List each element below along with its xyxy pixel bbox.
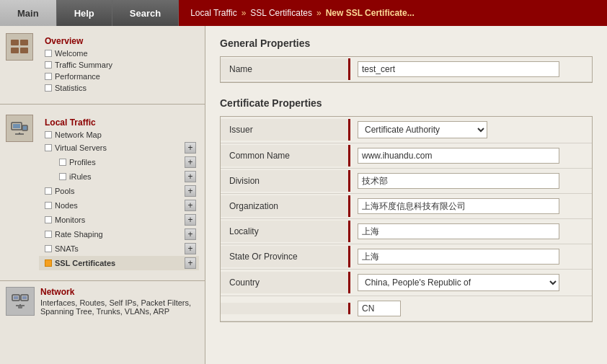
nodes-checkbox	[45, 202, 52, 209]
divider-2	[0, 280, 205, 281]
sidebar-item-profiles[interactable]: Profiles +	[53, 155, 199, 169]
breadcrumb-arrow-1: »	[242, 8, 247, 18]
general-properties-form: Name	[220, 56, 593, 83]
sidebar-item-welcome[interactable]: Welcome	[39, 48, 115, 59]
tab-search[interactable]: Search	[112, 0, 179, 26]
common-name-label: Common Name	[221, 145, 350, 167]
sidebar-sub-items: Profiles + iRules +	[39, 155, 199, 184]
monitors-checkbox	[45, 216, 52, 223]
layout: Overview Welcome Traffic Summary Perform…	[0, 26, 607, 364]
sidebar-item-virtual-servers[interactable]: Virtual Servers +	[39, 141, 199, 155]
common-name-value-cell	[350, 143, 592, 168]
svg-rect-1	[20, 40, 28, 45]
country-select[interactable]: China, People's Republic of United State…	[358, 274, 559, 291]
sidebar-overview-items: Overview Welcome Traffic Summary Perform…	[39, 33, 115, 94]
form-row-name: Name	[221, 57, 592, 82]
issuer-value-cell: Certificate Authority Self	[350, 117, 592, 143]
organization-label: Organization	[221, 195, 350, 217]
pools-plus[interactable]: +	[185, 185, 196, 197]
sidebar-item-snats[interactable]: SNATs +	[39, 241, 199, 256]
name-value-cell	[350, 57, 592, 81]
issuer-label: Issuer	[221, 119, 350, 141]
sidebar-item-monitors[interactable]: Monitors +	[39, 213, 199, 227]
country-code-input[interactable]	[358, 301, 401, 316]
sidebar-item-rate-shaping[interactable]: Rate Shaping +	[39, 227, 199, 241]
general-properties-title: General Properties	[220, 37, 593, 49]
sidebar-overview-header-row: Overview Welcome Traffic Summary Perform…	[0, 30, 205, 97]
locality-value-cell	[350, 219, 592, 244]
state-label: State Or Province	[221, 246, 350, 267]
irules-checkbox	[59, 173, 66, 180]
sidebar-overview-section: Overview Welcome Traffic Summary Perform…	[0, 26, 205, 101]
state-value-cell	[350, 244, 592, 269]
sidebar-overview-title: Overview	[39, 33, 115, 48]
form-row-country: Country China, People's Republic of Unit…	[221, 270, 592, 296]
sidebar-item-ssl-certificates[interactable]: SSL Certificates +	[39, 256, 199, 270]
breadcrumb-arrow-2: »	[316, 8, 322, 18]
monitors-plus[interactable]: +	[185, 214, 196, 226]
rate-shaping-plus[interactable]: +	[185, 228, 196, 240]
sidebar-item-network-map[interactable]: Network Map	[39, 129, 199, 141]
svg-rect-13	[22, 296, 27, 299]
certificate-properties-title: Certificate Properties	[220, 97, 593, 109]
svg-rect-2	[11, 48, 19, 53]
sidebar-item-statistics[interactable]: Statistics	[39, 82, 115, 94]
tab-main[interactable]: Main	[0, 0, 57, 26]
form-row-country-code	[221, 296, 592, 321]
local-traffic-icon	[6, 115, 33, 142]
country-label: Country	[221, 272, 350, 293]
svg-rect-5	[13, 124, 20, 128]
common-name-input[interactable]	[358, 148, 559, 164]
certificate-properties-form: Issuer Certificate Authority Self Common…	[220, 116, 593, 322]
sidebar-local-traffic-header-row: Local Traffic Network Map Virtual S	[0, 112, 205, 273]
name-input[interactable]	[358, 61, 559, 77]
form-row-state: State Or Province	[221, 244, 592, 270]
locality-label: Locality	[221, 221, 350, 242]
issuer-select[interactable]: Certificate Authority Self	[358, 121, 487, 138]
form-row-organization: Organization	[221, 194, 592, 219]
nodes-plus[interactable]: +	[185, 200, 196, 211]
network-map-checkbox	[45, 131, 52, 138]
organization-input[interactable]	[358, 198, 559, 214]
svg-rect-16	[18, 306, 22, 308]
division-value-cell	[350, 169, 592, 193]
tab-help[interactable]: Help	[57, 0, 112, 26]
top-nav: Main Help Search Local Traffic » SSL Cer…	[0, 0, 607, 26]
form-row-division: Division	[221, 169, 592, 194]
sidebar-item-irules[interactable]: iRules +	[53, 169, 199, 184]
state-input[interactable]	[358, 249, 559, 265]
ssl-certificates-plus[interactable]: +	[185, 257, 196, 269]
welcome-checkbox	[45, 50, 52, 57]
sidebar-network-section: Network Interfaces, Routes, Self IPs, Pa…	[0, 284, 205, 319]
locality-input[interactable]	[358, 223, 559, 239]
sidebar-item-nodes[interactable]: Nodes +	[39, 198, 199, 213]
snats-checkbox	[45, 245, 52, 252]
performance-checkbox	[45, 73, 52, 80]
svg-rect-0	[11, 40, 19, 45]
sidebar-item-traffic-summary[interactable]: Traffic Summary	[39, 59, 115, 71]
ssl-certificates-checkbox	[45, 259, 52, 267]
profiles-plus[interactable]: +	[185, 156, 196, 168]
virtual-servers-checkbox	[45, 144, 52, 151]
form-row-common-name: Common Name	[221, 143, 592, 169]
sidebar: Overview Welcome Traffic Summary Perform…	[0, 26, 205, 364]
form-row-issuer: Issuer Certificate Authority Self	[221, 117, 592, 143]
main-content: General Properties Name Certificate Prop…	[205, 26, 607, 364]
division-label: Division	[221, 170, 350, 192]
sidebar-local-traffic-section: Local Traffic Network Map Virtual S	[0, 107, 205, 278]
virtual-servers-plus[interactable]: +	[185, 142, 196, 154]
sidebar-item-pools[interactable]: Pools +	[39, 184, 199, 198]
irules-plus[interactable]: +	[185, 171, 196, 182]
breadcrumb: Local Traffic » SSL Certificates » New S…	[179, 0, 607, 26]
traffic-summary-checkbox	[45, 61, 52, 68]
svg-rect-3	[20, 48, 28, 53]
snats-plus[interactable]: +	[185, 243, 196, 254]
sidebar-local-traffic-title: Local Traffic	[39, 115, 199, 129]
overview-icon	[6, 33, 33, 61]
country-code-label	[221, 303, 350, 314]
sidebar-item-performance[interactable]: Performance	[39, 71, 115, 82]
organization-value-cell	[350, 194, 592, 218]
network-text-block: Network Interfaces, Routes, Self IPs, Pa…	[40, 287, 199, 316]
division-input[interactable]	[358, 173, 559, 189]
statistics-checkbox	[45, 84, 52, 92]
